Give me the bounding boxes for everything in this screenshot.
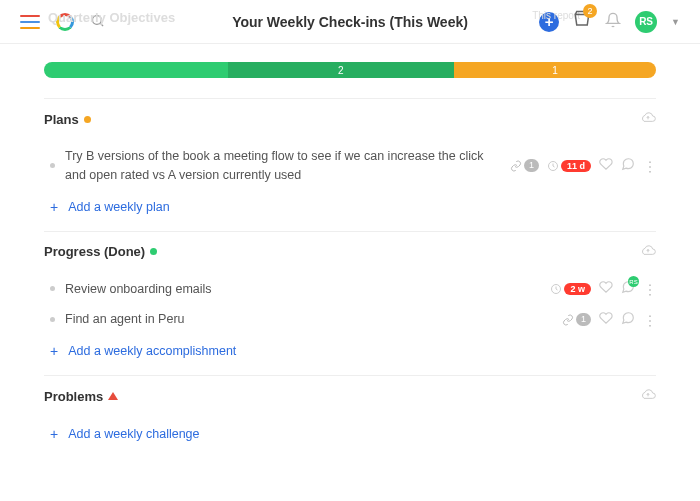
bell-icon[interactable] [605,12,621,32]
problems-triangle-icon [108,392,118,400]
add-challenge-label: Add a weekly challenge [68,427,199,441]
section-problems: Problems + Add a weekly challenge [44,375,656,458]
cloud-icon[interactable] [640,388,656,404]
item-actions: 1 ⋯ [562,311,656,328]
bullet-icon [50,163,55,168]
page-title: Your Weekly Check-ins (This Week) [232,14,468,30]
comment-icon[interactable] [621,157,635,174]
link-badge[interactable]: 1 [562,313,591,326]
heart-icon[interactable] [599,311,613,328]
more-icon[interactable]: ⋯ [642,159,658,172]
item-actions: 1 11 d ⋯ [510,157,656,174]
plan-item: Try B versions of the book a meeting flo… [44,141,656,191]
progress-title: Progress (Done) [44,244,145,259]
cloud-icon[interactable] [640,111,656,127]
ghost-quarterly: Quarterly Objectives [48,10,175,25]
heart-icon[interactable] [599,157,613,174]
plus-icon: + [50,426,58,442]
add-plan-label: Add a weekly plan [68,200,169,214]
progress-item-text[interactable]: Review onboarding emails [65,280,540,299]
more-icon[interactable]: ⋯ [642,313,658,326]
progress-bar: 2 1 [44,62,656,78]
date-badge[interactable]: 2 w [550,283,591,295]
plus-icon: + [50,199,58,215]
bullet-icon [50,317,55,322]
comment-icon[interactable] [621,311,635,328]
add-accomplishment-label: Add a weekly accomplishment [68,344,236,358]
problems-header: Problems [44,388,656,404]
bullet-icon [50,286,55,291]
progress-header: Progress (Done) [44,244,656,260]
progress-dot-icon [150,248,157,255]
avatar[interactable]: RS [635,11,657,33]
progress-item: Find an agent in Peru 1 ⋯ [44,304,656,335]
heart-icon[interactable] [599,280,613,297]
item-actions: 2 w RS ⋯ [550,280,656,297]
cloud-icon[interactable] [640,244,656,260]
link-badge[interactable]: 1 [510,159,539,172]
date-badge[interactable]: 11 d [547,160,591,172]
avatar-caret-icon[interactable]: ▼ [671,17,680,27]
plus-icon: + [50,343,58,359]
progress-item-text[interactable]: Find an agent in Peru [65,310,552,329]
progress-item: Review onboarding emails 2 w RS ⋯ [44,274,656,305]
plan-item-text[interactable]: Try B versions of the book a meeting flo… [65,147,500,185]
section-progress: Progress (Done) Review onboarding emails… [44,231,656,376]
menu-icon[interactable] [20,15,40,29]
plans-dot-icon [84,116,91,123]
plans-title: Plans [44,112,79,127]
app-header: Quarterly Objectives This report Your We… [0,0,700,44]
add-challenge-link[interactable]: + Add a weekly challenge [50,418,656,448]
plans-header: Plans [44,111,656,127]
progress-seg-1 [44,62,228,78]
basket-icon[interactable]: 2 [573,10,591,33]
add-plan-link[interactable]: + Add a weekly plan [50,191,656,221]
more-icon[interactable]: ⋯ [642,282,658,295]
basket-badge: 2 [583,4,597,18]
main-content: 2 1 Plans Try B versions of the book a m… [0,62,700,458]
comment-icon[interactable]: RS [621,280,635,297]
problems-title: Problems [44,389,103,404]
progress-seg-3: 1 [454,62,656,78]
section-plans: Plans Try B versions of the book a meeti… [44,98,656,231]
add-accomplishment-link[interactable]: + Add a weekly accomplishment [50,335,656,365]
progress-seg-2: 2 [228,62,454,78]
